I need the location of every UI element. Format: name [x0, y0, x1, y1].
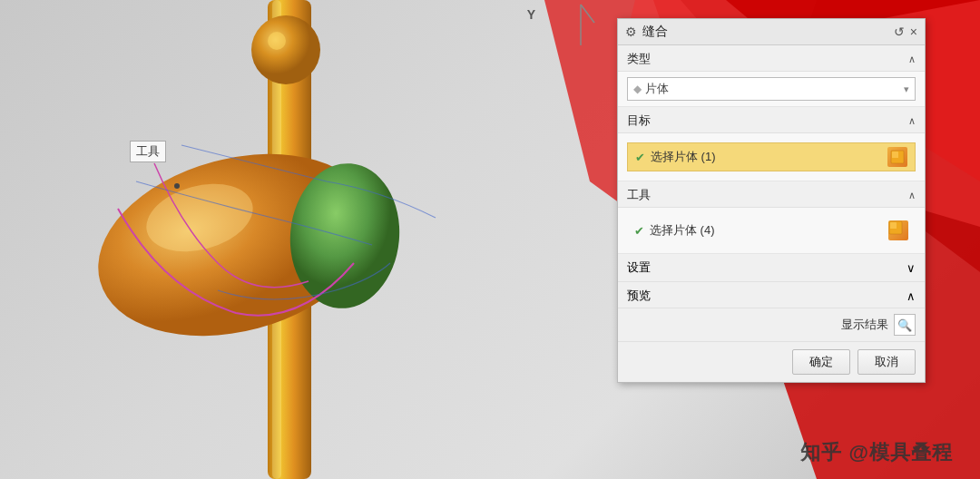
close-icon[interactable]: × [910, 24, 917, 39]
tool-row[interactable]: ✔ 选择片体 (4) [627, 217, 916, 244]
svg-point-15 [174, 183, 180, 189]
tool-chevron: ∧ [908, 190, 916, 201]
target-row-label: 选择片体 (1) [651, 149, 882, 165]
show-result-label: 显示结果 [841, 317, 888, 333]
preview-section: 预览 ∧ 显示结果 🔍 [618, 282, 925, 342]
preview-section-header[interactable]: 预览 ∧ [618, 282, 925, 308]
type-dropdown[interactable]: ◆ 片体 ▾ [627, 77, 916, 101]
type-section-header[interactable]: 类型 ∧ [618, 45, 925, 72]
target-sheet-icon [887, 147, 907, 167]
panel-title: 缝合 [642, 24, 888, 40]
target-row[interactable]: ✔ 选择片体 (1) [627, 142, 916, 171]
type-section-content: ◆ 片体 ▾ [618, 72, 925, 107]
svg-rect-19 [890, 222, 897, 229]
svg-line-7 [581, 5, 594, 23]
diamond-icon: ◆ [633, 83, 642, 95]
refresh-icon[interactable]: ↺ [894, 24, 905, 39]
tool-check-icon: ✔ [634, 224, 644, 238]
svg-rect-17 [892, 152, 898, 158]
settings-section-title: 设置 [627, 259, 651, 276]
sew-panel: ⚙ 缝合 ↺ × 类型 ∧ ◆ 片体 ▾ 目标 ∧ ✔ 选择片体 (1) [617, 18, 926, 383]
preview-chevron: ∧ [906, 289, 916, 303]
settings-section-header[interactable]: 设置 ∨ [618, 254, 925, 282]
tool-sheet-icon [888, 220, 908, 240]
search-icon: 🔍 [897, 318, 912, 332]
dropdown-arrow-icon: ▾ [904, 83, 909, 95]
tool-row-label: 选择片体 (4) [650, 222, 883, 239]
gear-icon: ⚙ [625, 24, 637, 39]
tool-section-content: ✔ 选择片体 (4) [618, 208, 925, 254]
target-chevron: ∧ [908, 115, 916, 127]
target-check-icon: ✔ [635, 151, 645, 164]
tool-section-header[interactable]: 工具 ∧ [618, 181, 925, 208]
ok-button[interactable]: 确定 [792, 349, 850, 375]
type-section-title: 类型 [627, 51, 651, 67]
settings-chevron: ∨ [906, 261, 916, 275]
target-section-content: ✔ 选择片体 (1) [618, 133, 925, 181]
cancel-button[interactable]: 取消 [858, 349, 916, 375]
panel-footer: 确定 取消 [618, 342, 925, 382]
preview-content: 显示结果 🔍 [618, 308, 925, 342]
target-section-title: 目标 [627, 112, 651, 129]
panel-titlebar-icons: ↺ × [894, 24, 917, 39]
type-dropdown-value: 片体 [645, 81, 904, 97]
type-chevron: ∧ [908, 54, 916, 65]
tool-label: 工具 [130, 141, 166, 162]
target-section-header[interactable]: 目标 ∧ [618, 107, 925, 133]
3d-scene [0, 0, 581, 479]
show-result-button[interactable]: 🔍 [894, 314, 916, 336]
svg-point-13 [251, 15, 320, 84]
panel-titlebar: ⚙ 缝合 ↺ × [618, 19, 925, 45]
tool-section-title: 工具 [627, 187, 651, 203]
preview-section-title: 预览 [627, 288, 651, 304]
watermark: 知乎 @模具叠程 [800, 439, 953, 466]
svg-point-14 [268, 32, 286, 50]
